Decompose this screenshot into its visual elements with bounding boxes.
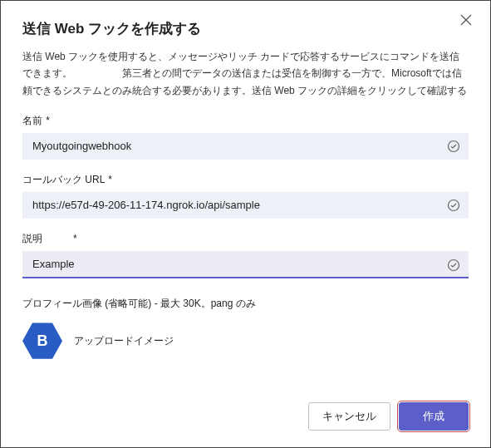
valid-check-icon [447, 199, 460, 212]
close-button[interactable] [460, 14, 475, 29]
close-icon [460, 14, 472, 26]
callback-url-label: コールバック URL * [22, 173, 469, 187]
cancel-button[interactable]: キャンセル [308, 402, 390, 431]
valid-check-icon [447, 258, 460, 272]
svg-point-4 [449, 259, 459, 270]
dialog-footer: キャンセル 作成 [22, 392, 469, 431]
name-field: 名前 * [22, 114, 469, 160]
avatar-hexagon: B [22, 321, 62, 361]
create-webhook-dialog: 送信 Web フックを作成する 送信 Web フックを使用すると、メッセージやリ… [1, 1, 490, 447]
profile-image-label: プロフィール画像 (省略可能) - 最大 30K。pang のみ [22, 297, 469, 311]
profile-image-section: プロフィール画像 (省略可能) - 最大 30K。pang のみ B アップロー… [22, 297, 469, 361]
name-input[interactable] [22, 133, 469, 160]
upload-image-link[interactable]: アップロードイメージ [74, 334, 174, 348]
name-label: 名前 * [22, 114, 469, 128]
description-label: 説明 * [22, 232, 469, 246]
description-input[interactable] [22, 251, 469, 278]
svg-point-3 [449, 200, 459, 211]
dialog-description: 送信 Web フックを使用すると、メッセージやリッチ カードで応答するサービスに… [22, 48, 469, 99]
create-button[interactable]: 作成 [399, 402, 469, 431]
avatar-initial: B [37, 332, 48, 350]
avatar[interactable]: B [22, 321, 62, 361]
description-field: 説明 * [22, 232, 469, 278]
valid-check-icon [447, 140, 460, 153]
dialog-title: 送信 Web フックを作成する [22, 19, 469, 38]
callback-url-field: コールバック URL * [22, 173, 469, 219]
callback-url-input[interactable] [22, 192, 469, 219]
svg-point-2 [449, 141, 459, 152]
